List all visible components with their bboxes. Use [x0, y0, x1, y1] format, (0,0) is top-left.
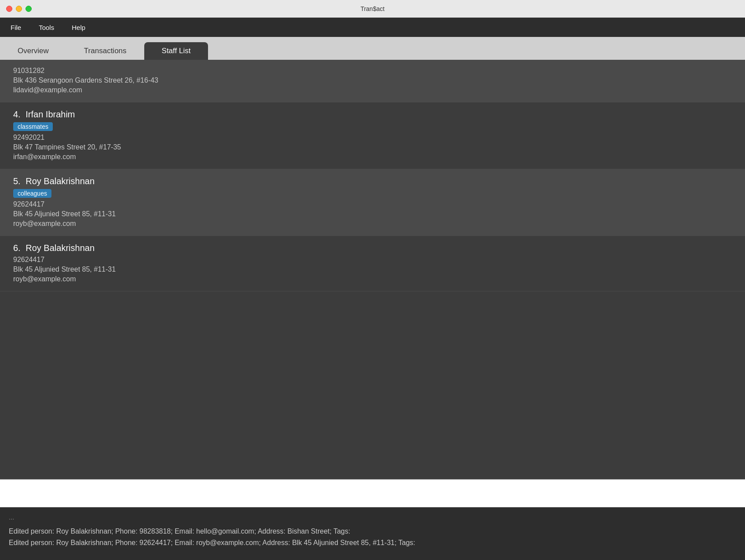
person-name: 4. Irfan Ibrahim — [13, 109, 732, 120]
person-phone: 92624417 — [13, 200, 732, 208]
tag-classmates: classmates — [13, 122, 53, 131]
log-entry: Edited person: Roy Balakrishnan; Phone: … — [9, 526, 736, 537]
list-item: 91031282 Blk 436 Serangoon Gardens Stree… — [0, 60, 745, 102]
person-fullname: Irfan Ibrahim — [26, 109, 75, 119]
menu-help[interactable]: Help — [68, 22, 89, 33]
person-name: 5. Roy Balakrishnan — [13, 176, 732, 186]
person-phone: 91031282 — [13, 67, 732, 75]
tab-bar: Overview Transactions Staff List — [0, 37, 745, 60]
app-title: Tran$act — [361, 5, 385, 12]
list-item: 5. Roy Balakrishnan colleagues 92624417 … — [0, 169, 745, 236]
person-fullname: Roy Balakrishnan — [26, 243, 95, 253]
list-item: 6. Roy Balakrishnan 92624417 Blk 45 Alju… — [0, 236, 745, 291]
person-email: lidavid@example.com — [13, 86, 732, 94]
person-fullname: Roy Balakrishnan — [26, 176, 95, 186]
person-email: irfan@example.com — [13, 153, 732, 161]
person-phone: 92624417 — [13, 256, 732, 264]
close-button[interactable] — [6, 6, 12, 12]
window-controls — [6, 6, 32, 12]
minimize-button[interactable] — [16, 6, 22, 12]
maximize-button[interactable] — [26, 6, 32, 12]
command-input[interactable] — [5, 490, 740, 498]
menu-tools[interactable]: Tools — [35, 22, 58, 33]
person-email: royb@example.com — [13, 275, 732, 283]
person-name: 6. Roy Balakrishnan — [13, 243, 732, 253]
tab-overview[interactable]: Overview — [0, 42, 66, 60]
title-bar: Tran$act — [0, 0, 745, 18]
person-email: royb@example.com — [13, 220, 732, 228]
person-address: Blk 436 Serangoon Gardens Street 26, #16… — [13, 76, 732, 84]
person-phone: 92492021 — [13, 134, 732, 142]
list-item: 4. Irfan Ibrahim classmates 92492021 Blk… — [0, 102, 745, 169]
tab-staff-list[interactable]: Staff List — [144, 42, 208, 60]
menu-file[interactable]: File — [7, 22, 25, 33]
log-area: ... Edited person: Roy Balakrishnan; Pho… — [0, 507, 745, 560]
tab-transactions[interactable]: Transactions — [66, 42, 144, 60]
person-index: 6. — [13, 243, 21, 253]
input-area — [0, 479, 745, 507]
main-content: 91031282 Blk 436 Serangoon Gardens Stree… — [0, 60, 745, 560]
person-address: Blk 47 Tampines Street 20, #17-35 — [13, 143, 732, 151]
log-entry: Edited person: Roy Balakrishnan; Phone: … — [9, 538, 736, 548]
menu-bar: File Tools Help — [0, 18, 745, 37]
person-index: 4. — [13, 109, 21, 119]
log-entry: ... — [9, 513, 736, 523]
person-index: 5. — [13, 176, 21, 186]
tag-colleagues: colleagues — [13, 189, 51, 198]
staff-list-area[interactable]: 91031282 Blk 436 Serangoon Gardens Stree… — [0, 60, 745, 479]
person-address: Blk 45 Aljunied Street 85, #11-31 — [13, 210, 732, 218]
person-address: Blk 45 Aljunied Street 85, #11-31 — [13, 265, 732, 273]
